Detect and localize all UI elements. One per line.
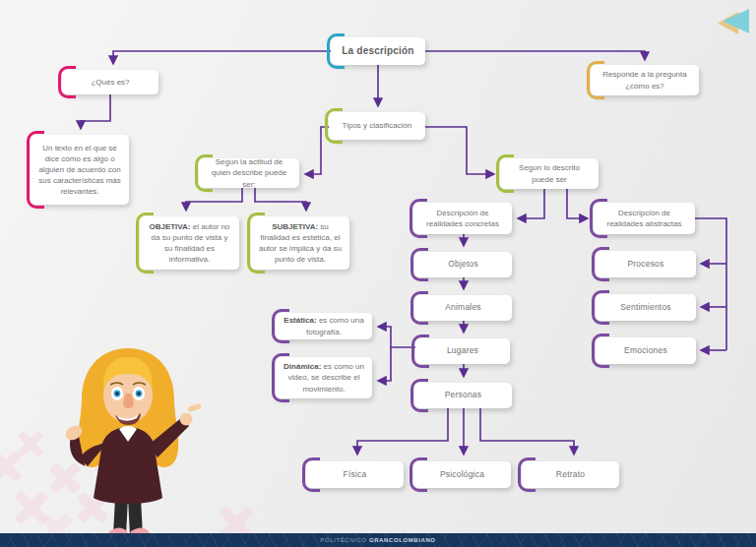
node-sentimientos: Sentimientos <box>596 294 696 321</box>
mascot-illustration <box>54 344 202 537</box>
node-realidades-concretas: Descripción de realidades concretas <box>413 203 512 234</box>
node-objetiva: OBJETIVA: el autor no da su punto de vis… <box>140 216 239 270</box>
node-subjetiva: SUBJETIVA: su finalidad es estética, el … <box>251 216 349 270</box>
back-icon[interactable] <box>714 4 753 43</box>
node-realidades-abstractas: Descripción de realidades abstractas <box>594 203 695 234</box>
subjetiva-lead: SUBJETIVA: <box>272 222 318 231</box>
node-dinamica: Dinámica: es como un video, se describe … <box>276 357 372 398</box>
node-personas: Personas <box>414 383 512 408</box>
node-segun-actitud: Según la actitud de quien describe puede… <box>199 158 299 188</box>
node-lugares: Lugares <box>415 338 510 364</box>
back-arrow-glyph <box>714 4 753 39</box>
node-definicion-texto: Un texto en el que se dice cómo es algo … <box>31 135 129 205</box>
node-objetos: Objetos <box>414 252 512 277</box>
node-segun-descrito: Según lo descrito puede ser <box>500 158 598 189</box>
node-emociones: Emociones <box>596 337 696 364</box>
node-fisica: Física <box>306 461 404 488</box>
footer-brand: POLITÉCNICO GRANCOLOMBIANO <box>320 537 435 543</box>
node-estatica: Estática: es como una fotografía. <box>276 313 372 339</box>
dinamica-lead: Dinámica: <box>284 362 321 371</box>
estatica-lead: Estática: <box>284 316 316 325</box>
footer-bar: POLITÉCNICO GRANCOLOMBIANO <box>0 533 756 547</box>
footer-brand-light: POLITÉCNICO <box>320 537 366 543</box>
node-psicologica: Psicológica <box>413 461 511 488</box>
node-retrato: Retrato <box>522 461 619 488</box>
node-tipos-clasificacion: Tipos y clasificación <box>329 112 425 140</box>
node-procesos: Procesos <box>596 251 696 277</box>
slide-canvas: La descripción ¿Qués es? Responde a la p… <box>0 0 756 547</box>
node-responde-pregunta: Responde a la pregunta ¿cómo es? <box>591 65 699 95</box>
node-que-es: ¿Qués es? <box>62 70 158 94</box>
objetiva-lead: OBJETIVA: <box>149 222 190 231</box>
footer-brand-bold: GRANCOLOMBIANO <box>369 537 436 543</box>
node-animales: Animales <box>414 295 512 321</box>
node-la-descripcion: La descripción <box>331 37 425 65</box>
